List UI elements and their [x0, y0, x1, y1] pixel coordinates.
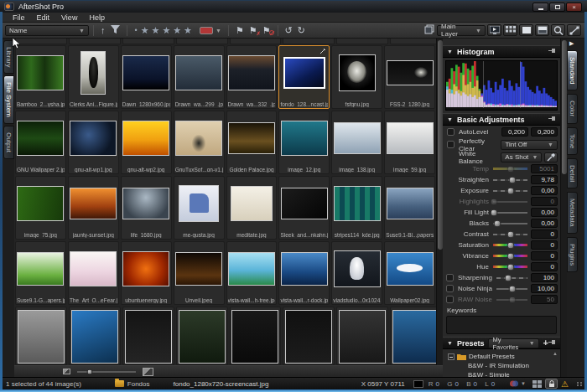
thumbnail-cell[interactable]: Drawn_wa...332_.jpg: [226, 45, 278, 109]
thumbnail-cell-cutoff[interactable]: [390, 307, 442, 365]
thumbnail-cell[interactable]: gnu-alt-wp2.jpg: [121, 111, 172, 174]
keywords-input[interactable]: [446, 316, 557, 334]
thumbnail-cell[interactable]: gnu-alt-wp1.jpg: [68, 111, 119, 174]
fullscreen-button[interactable]: [567, 24, 581, 36]
thumbnail-cell[interactable]: Wallpaper02.jpg: [384, 241, 435, 305]
tab-metadata[interactable]: Metadata: [567, 192, 578, 233]
thumbnail-cell[interactable]: Sleek_and...nkahn.jpg: [278, 176, 330, 240]
thumbnail-cell[interactable]: FSS-2_1280.jpg: [384, 45, 435, 109]
temp-slider-handle[interactable]: [506, 165, 514, 173]
rating-stars[interactable]: ★★★★★: [141, 25, 195, 36]
thumbnail-cell[interactable]: Suse9.1-Bl...papers.jpg: [384, 176, 435, 240]
noise-ninja-slider-handle[interactable]: [508, 285, 516, 292]
no-rating-icon[interactable]: •: [135, 26, 138, 34]
tab-output[interactable]: Output: [3, 126, 14, 159]
minimize-button[interactable]: [532, 3, 548, 12]
noise-ninja-checkbox[interactable]: [446, 285, 454, 292]
exposure-value[interactable]: 0,00: [531, 186, 558, 195]
exposure-slider[interactable]: [493, 190, 527, 192]
thumbnail-cell-cutoff[interactable]: [336, 39, 388, 44]
thumbnail-cell-cutoff[interactable]: [390, 39, 442, 44]
thumbnail-cell[interactable]: GNU Wallpaper 2.jpg: [15, 111, 66, 174]
thumbnail-cell[interactable]: The_Art_O...eFear.jpg: [68, 241, 119, 305]
current-folder[interactable]: Fondos: [127, 380, 150, 388]
basic-adjustments-header[interactable]: ▼ Basic Adjustments: [443, 113, 560, 126]
split-view-button[interactable]: [535, 24, 549, 36]
thumbnail-cell[interactable]: ubuntuenergy.jpg: [121, 241, 172, 305]
contrast-slider-handle[interactable]: [506, 230, 514, 238]
thumbnail-cell-cutoff[interactable]: [122, 307, 174, 365]
grid-scrollbar[interactable]: [436, 39, 443, 365]
white-balance-dropdown[interactable]: As Shot▼: [501, 152, 542, 162]
vibrance-slider-handle[interactable]: [506, 252, 514, 260]
thumbnail-cell-cutoff[interactable]: [176, 307, 228, 365]
thumbnail-cell-cutoff[interactable]: [69, 307, 121, 365]
saturation-slider[interactable]: [493, 244, 527, 246]
vibrance-value[interactable]: 0: [531, 251, 558, 260]
thumbnail-cell[interactable]: Dawn_1280x960.jpg: [121, 45, 172, 109]
preset-b-w-simple[interactable]: B&W - Simple: [448, 370, 552, 377]
collapse-box-icon[interactable]: [448, 353, 455, 360]
autolevel-checkbox[interactable]: [447, 128, 455, 136]
warning-icon[interactable]: ⚠: [561, 379, 569, 389]
raw-noise-value[interactable]: 50: [531, 295, 558, 304]
pin-icon[interactable]: [548, 47, 556, 56]
flag-reject-icon[interactable]: ⚑✗: [249, 26, 257, 35]
thumbnail-cell[interactable]: Golden Palace.jpg: [226, 111, 278, 174]
blacks-value[interactable]: 0,00: [531, 219, 558, 228]
thumbnail-cell[interactable]: image_59.jpg: [384, 111, 435, 174]
thumbnail-cell-cutoff[interactable]: [283, 307, 335, 365]
thumbnail-cell-cutoff[interactable]: [122, 39, 174, 44]
straighten-slider[interactable]: [493, 179, 527, 181]
thumbnail-cell[interactable]: image_138.jpg: [331, 111, 382, 174]
slideshow-button[interactable]: [487, 24, 501, 36]
pin-icon[interactable]: [548, 115, 556, 124]
tab-file-system[interactable]: File System: [3, 75, 14, 124]
temp-slider[interactable]: [493, 168, 527, 170]
raw-noise-checkbox[interactable]: [446, 296, 454, 303]
menu-item-help[interactable]: Help: [89, 13, 105, 22]
contrast-value[interactable]: 0: [531, 230, 558, 239]
hue-value[interactable]: 0: [531, 262, 558, 271]
noise-ninja-value[interactable]: 10,00: [531, 284, 558, 293]
thumbnail-size-small-icon[interactable]: [63, 369, 70, 374]
sort-ascending-icon[interactable]: ↑: [101, 26, 106, 35]
tab-standard[interactable]: Standard: [567, 50, 578, 90]
display-grid-icon[interactable]: [532, 380, 542, 388]
thumbnail-cell-cutoff[interactable]: [69, 39, 121, 44]
perfectly-clear-checkbox[interactable]: [447, 141, 455, 148]
thumbnail-cell[interactable]: meditate.jpg: [226, 176, 278, 240]
menu-item-edit[interactable]: Edit: [37, 13, 50, 22]
presets-scrollbar[interactable]: ▲▼: [552, 351, 558, 377]
flag-clear-icon[interactable]: ⚑: [262, 26, 271, 35]
color-label-swatch[interactable]: [200, 27, 213, 34]
rotate-left-icon[interactable]: ↺: [285, 26, 293, 35]
temp-value[interactable]: 5001: [531, 164, 558, 173]
thumbnail-cell[interactable]: me-gusta.jpg: [174, 176, 225, 240]
thumbnail-cell[interactable]: stripes114_kde.jpg: [331, 176, 382, 240]
preset-default-presets[interactable]: Default Presets: [448, 352, 552, 361]
noise-ninja-slider[interactable]: [496, 288, 527, 290]
saturation-value[interactable]: 0: [531, 240, 558, 250]
flag-pick-icon[interactable]: ⚑: [236, 26, 244, 35]
layers-icon[interactable]: [424, 24, 434, 36]
thumbnail-cell[interactable]: GnuTuxSof...on-v1.jpg: [174, 111, 225, 174]
autolevel-value-low[interactable]: 0,200: [501, 127, 528, 137]
thumbnail-size-handle[interactable]: [87, 369, 93, 374]
thumbnail-cell-cutoff[interactable]: [336, 307, 388, 365]
filter-icon[interactable]: [111, 25, 120, 36]
sharpening-slider[interactable]: [496, 277, 527, 279]
panel-collapse-arrow-icon[interactable]: ▶: [569, 40, 574, 47]
collapse-arrow-icon[interactable]: ▼: [447, 340, 453, 346]
thumbnail-cell[interactable]: Unveil.jpeg: [174, 241, 225, 305]
thumbnail-cell[interactable]: Clerks Ani...Figure.jpg: [68, 45, 119, 109]
thumbnail-cell[interactable]: image_75.jpg: [15, 176, 66, 240]
thumbnail-size-large-icon[interactable]: [143, 368, 153, 376]
presets-header[interactable]: ▼ Presets My Favorites▼ +: [443, 337, 560, 349]
highlights-value[interactable]: 0: [531, 197, 558, 206]
thumbnail-cell-cutoff[interactable]: [230, 39, 282, 44]
thumbnail-cell[interactable]: vista-wall...h-tree.jpg: [226, 241, 278, 305]
blacks-slider[interactable]: [493, 223, 527, 224]
menu-item-file[interactable]: File: [13, 13, 25, 22]
single-view-button[interactable]: [519, 24, 533, 36]
